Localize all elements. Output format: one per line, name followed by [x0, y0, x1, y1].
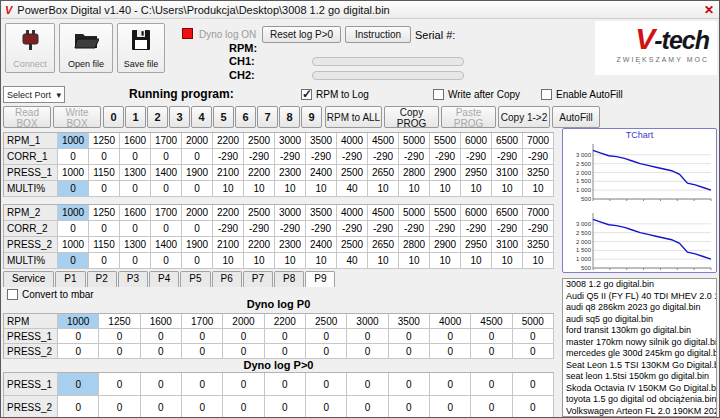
table-cell[interactable]: 0: [513, 344, 554, 359]
table-cell[interactable]: 0: [120, 149, 151, 165]
file-item[interactable]: toyota 1.5 go digital od obciążenia.bin: [563, 394, 716, 406]
table-cell[interactable]: 0: [58, 344, 99, 359]
write-box-button[interactable]: Write BOX: [53, 106, 101, 128]
table-cell[interactable]: 0: [513, 373, 554, 396]
table-cell[interactable]: 2500: [306, 314, 347, 329]
table-cell[interactable]: 0: [430, 344, 471, 359]
table-cell[interactable]: 1700: [182, 314, 223, 329]
file-item[interactable]: seat leon 1.5tsi 150km go digital.bin: [563, 371, 716, 383]
table-cell[interactable]: 1250: [89, 205, 120, 221]
table-cell[interactable]: 0: [182, 181, 213, 197]
table-cell[interactable]: 10: [306, 181, 337, 197]
table-cell[interactable]: 10: [461, 181, 492, 197]
table-cell[interactable]: 3500: [306, 205, 337, 221]
table-cell[interactable]: 2000: [182, 133, 213, 149]
table-cell[interactable]: 1300: [120, 165, 151, 181]
copy-1-to-2-button[interactable]: Copy 1->2: [498, 106, 550, 128]
write-after-copy-checkbox[interactable]: [433, 89, 444, 100]
table-cell[interactable]: 2650: [368, 237, 399, 253]
table-cell[interactable]: 10: [523, 253, 554, 269]
table-cell[interactable]: 2400: [306, 165, 337, 181]
file-item[interactable]: master 170km nowy silnik go digital.bin: [563, 337, 716, 349]
table-cell[interactable]: 0: [306, 373, 347, 396]
table-cell[interactable]: 0: [151, 181, 182, 197]
table-cell[interactable]: 0: [58, 181, 89, 197]
table-cell[interactable]: 0: [89, 253, 120, 269]
table-cell[interactable]: 0: [151, 149, 182, 165]
table-cell[interactable]: -290: [275, 221, 306, 237]
table-cell[interactable]: 3000: [275, 205, 306, 221]
file-item[interactable]: Seat Leon 1.5 TSI 130KM Go Digital.bin: [563, 360, 716, 372]
table-cell[interactable]: 2300: [275, 237, 306, 253]
table-cell[interactable]: -290: [492, 221, 523, 237]
table-cell[interactable]: 3100: [492, 165, 523, 181]
table-cell[interactable]: 1900: [182, 237, 213, 253]
table-cell[interactable]: 1700: [151, 133, 182, 149]
table-cell[interactable]: 2900: [430, 165, 461, 181]
table-cell[interactable]: 2500: [244, 205, 275, 221]
table-cell[interactable]: 0: [182, 344, 223, 359]
table-cell[interactable]: -290: [213, 149, 244, 165]
table-cell[interactable]: 0: [99, 344, 140, 359]
table-cell[interactable]: 4000: [337, 205, 368, 221]
table-cell[interactable]: 0: [182, 149, 213, 165]
table-cell[interactable]: 0: [430, 396, 471, 418]
table-cell[interactable]: 0: [471, 344, 512, 359]
table-cell[interactable]: 1900: [182, 165, 213, 181]
table-cell[interactable]: 1300: [120, 237, 151, 253]
table-cell[interactable]: 0: [99, 396, 140, 418]
table-cell[interactable]: 10: [368, 181, 399, 197]
table-cell[interactable]: 10: [430, 181, 461, 197]
table-cell[interactable]: 0: [347, 373, 388, 396]
table-cell[interactable]: 10: [368, 253, 399, 269]
instruction-button[interactable]: Instruction: [345, 26, 411, 43]
table-cell[interactable]: 4000: [430, 314, 471, 329]
table-cell[interactable]: 10: [306, 253, 337, 269]
table-cell[interactable]: 0: [99, 329, 140, 344]
table-cell[interactable]: 0: [347, 329, 388, 344]
table-cell[interactable]: 2000: [182, 205, 213, 221]
table-cell[interactable]: 3250: [523, 165, 554, 181]
table-cell[interactable]: -290: [523, 221, 554, 237]
table-cell[interactable]: -290: [430, 149, 461, 165]
prog-button-6[interactable]: 6: [235, 106, 256, 128]
table-cell[interactable]: 2200: [213, 133, 244, 149]
tab-service[interactable]: Service: [3, 271, 54, 287]
table-cell[interactable]: 0: [389, 396, 430, 418]
table-cell[interactable]: 0: [141, 329, 182, 344]
table-cell[interactable]: 0: [182, 396, 223, 418]
table-cell[interactable]: 2100: [213, 165, 244, 181]
read-box-button[interactable]: Read BOX: [3, 106, 51, 128]
table-cell[interactable]: -290: [523, 149, 554, 165]
table-cell[interactable]: 4500: [368, 133, 399, 149]
table-cell[interactable]: 2000: [223, 314, 264, 329]
table-cell[interactable]: 0: [389, 373, 430, 396]
table-cell[interactable]: 3100: [492, 237, 523, 253]
table-cell[interactable]: 0: [306, 396, 347, 418]
table-cell[interactable]: 0: [99, 373, 140, 396]
table-cell[interactable]: 1150: [89, 237, 120, 253]
table-cell[interactable]: 3000: [347, 314, 388, 329]
table-cell[interactable]: 0: [151, 221, 182, 237]
table-cell[interactable]: 10: [275, 253, 306, 269]
prog-button-0[interactable]: 0: [103, 106, 124, 128]
open-file-button[interactable]: Open file: [59, 23, 113, 73]
table-cell[interactable]: 0: [223, 344, 264, 359]
table-cell[interactable]: 0: [223, 373, 264, 396]
rpm-to-all-button[interactable]: RPM to ALL: [325, 106, 382, 128]
table-cell[interactable]: 1700: [151, 205, 182, 221]
tab-p5[interactable]: P5: [180, 271, 210, 287]
table-cell[interactable]: 0: [120, 253, 151, 269]
table-cell[interactable]: 1400: [151, 165, 182, 181]
table-cell[interactable]: 0: [89, 221, 120, 237]
table-cell[interactable]: -290: [461, 221, 492, 237]
autofill-button[interactable]: AutoFill: [552, 106, 600, 128]
table-cell[interactable]: 0: [223, 329, 264, 344]
paste-prog-button[interactable]: Paste PROG: [441, 106, 496, 128]
tab-p9[interactable]: P9: [305, 271, 335, 287]
table-cell[interactable]: 0: [58, 253, 89, 269]
table-cell[interactable]: -290: [368, 149, 399, 165]
table-cell[interactable]: 2500: [244, 133, 275, 149]
table-cell[interactable]: 10: [213, 253, 244, 269]
table-cell[interactable]: 2300: [275, 165, 306, 181]
